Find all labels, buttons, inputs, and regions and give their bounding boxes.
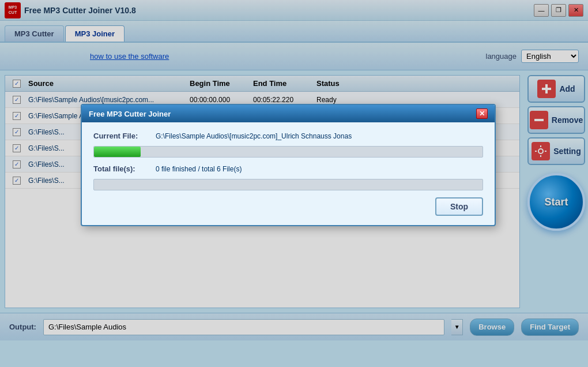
modal-close-button[interactable]: ✕ bbox=[476, 108, 488, 119]
modal-title: Free MP3 Cutter Joiner bbox=[89, 110, 171, 118]
stop-button[interactable]: Stop bbox=[435, 197, 483, 216]
modal-title-bar: Free MP3 Cutter Joiner ✕ bbox=[82, 105, 495, 122]
total-files-row: Total file(s): 0 file finished / total 6… bbox=[93, 164, 483, 173]
current-file-value: G:\Files\Sample Audios\[music2pc.com]_Ul… bbox=[156, 132, 483, 140]
modal-footer: Stop bbox=[93, 197, 483, 216]
current-file-progress-bar bbox=[93, 146, 483, 158]
modal-overlay: Free MP3 Cutter Joiner ✕ Current File: G… bbox=[0, 0, 588, 367]
total-files-label: Total file(s): bbox=[93, 164, 151, 173]
total-files-value: 0 file finished / total 6 File(s) bbox=[156, 165, 483, 173]
current-file-row: Current File: G:\Files\Sample Audios\[mu… bbox=[93, 132, 483, 140]
modal-body: Current File: G:\Files\Sample Audios\[mu… bbox=[82, 122, 495, 225]
current-file-progress-fill bbox=[94, 147, 141, 157]
progress-dialog: Free MP3 Cutter Joiner ✕ Current File: G… bbox=[81, 104, 496, 226]
total-progress-bar bbox=[93, 179, 483, 190]
current-file-label: Current File: bbox=[93, 132, 151, 140]
